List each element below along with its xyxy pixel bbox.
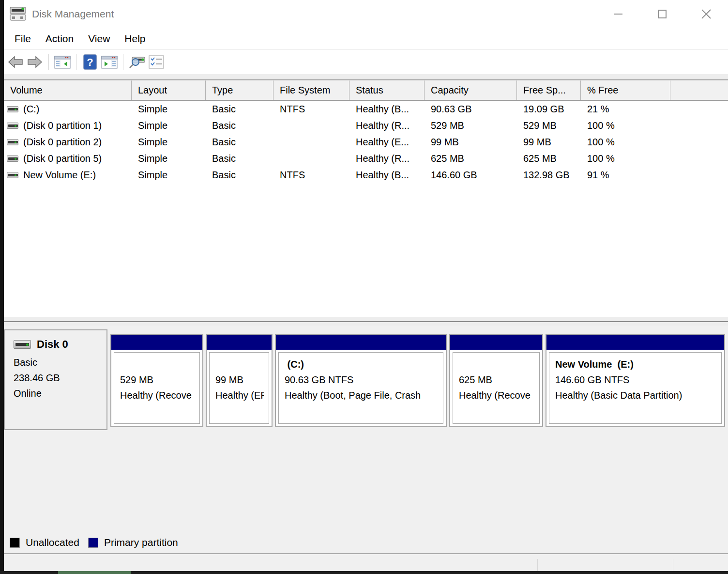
minimize-button[interactable]: [607, 4, 629, 24]
partition-size: 99 MB: [215, 372, 264, 388]
column-header-layout[interactable]: Layout: [132, 80, 206, 100]
menu-help[interactable]: Help: [117, 31, 152, 47]
table-row[interactable]: (Disk 0 partition 2) Simple Basic Health…: [4, 134, 728, 150]
partition-name: (C:): [285, 357, 438, 372]
pane-splitter[interactable]: [4, 317, 728, 326]
column-header-status[interactable]: Status: [349, 80, 425, 100]
disk-management-app-icon: [10, 6, 27, 22]
show-console-tree-button[interactable]: [53, 53, 72, 71]
taskbar-edge: [0, 571, 728, 574]
column-header-capacity[interactable]: Capacity: [425, 80, 517, 100]
capacity-value: 625 MB: [425, 150, 517, 167]
partition-block-recovery-1[interactable]: 529 MB Healthy (Recove: [110, 334, 203, 427]
layout-value: Simple: [132, 134, 206, 150]
partition-status: Healthy (Recove: [459, 388, 534, 403]
minimize-icon: [612, 8, 624, 20]
pct-free-value: 91 %: [581, 167, 670, 183]
background-window-edge: [0, 0, 4, 574]
partition-size: 146.60 GB NTFS: [555, 372, 716, 388]
primary-partition-swatch: [88, 538, 98, 548]
show-action-pane-button[interactable]: [100, 53, 119, 71]
help-icon: ?: [83, 54, 97, 70]
layout-value: Simple: [132, 167, 206, 183]
volume-icon: [7, 139, 18, 145]
capacity-value: 146.60 GB: [425, 167, 517, 183]
maximize-icon: [656, 8, 668, 20]
toolbar: ?: [4, 49, 728, 74]
toolbar-separator: [76, 54, 76, 70]
table-row[interactable]: (C:) Simple Basic NTFS Healthy (B... 90.…: [4, 101, 728, 117]
forward-button[interactable]: [25, 53, 45, 71]
partition-block-recovery-2[interactable]: 625 MB Healthy (Recove: [449, 334, 543, 427]
back-arrow-icon: [8, 54, 23, 70]
partition-strip: 529 MB Healthy (Recove 99 MB Healthy (EF…: [110, 334, 728, 427]
menu-file[interactable]: File: [7, 31, 38, 47]
type-value: Basic: [206, 150, 273, 167]
console-tree-icon: [54, 55, 71, 69]
disk0-panel[interactable]: Disk 0 Basic 238.46 GB Online: [4, 329, 107, 430]
legend: Unallocated Primary partition: [4, 532, 178, 553]
disk-status: Online: [14, 386, 106, 401]
legend-divider: [4, 553, 728, 554]
menu-bar: File Action View Help: [4, 28, 728, 49]
partition-size: 625 MB: [459, 372, 534, 388]
file-system-value: NTFS: [273, 101, 349, 117]
pct-free-value: 100 %: [581, 150, 670, 167]
graphical-view-pane: Disk 0 Basic 238.46 GB Online 529 MB Hea…: [4, 326, 728, 571]
back-button[interactable]: [6, 53, 25, 71]
device-scan-icon: [128, 54, 146, 70]
table-row[interactable]: (Disk 0 partition 1) Simple Basic Health…: [4, 117, 728, 134]
status-value: Healthy (E...: [349, 134, 425, 150]
pct-free-value: 21 %: [581, 101, 670, 117]
list-header: Volume Layout Type File System Status Ca…: [4, 80, 728, 101]
volume-icon: [7, 123, 18, 129]
unallocated-swatch: [10, 538, 20, 548]
partition-name: New Volume (E:): [555, 357, 716, 372]
menu-view[interactable]: View: [81, 31, 117, 47]
file-system-value: [273, 117, 349, 134]
disk-type: Basic: [14, 355, 106, 370]
disk-list-button[interactable]: [147, 53, 166, 71]
free-space-value: 625 MB: [517, 150, 581, 167]
maximize-button[interactable]: [651, 4, 673, 24]
help-button[interactable]: ?: [80, 53, 100, 71]
layout-value: Simple: [132, 101, 206, 117]
free-space-value: 99 MB: [517, 134, 581, 150]
partition-block-efi[interactable]: 99 MB Healthy (EF: [206, 334, 273, 427]
column-header-free-space[interactable]: Free Sp...: [517, 80, 581, 100]
menu-action[interactable]: Action: [38, 31, 81, 47]
status-value: Healthy (B...: [349, 101, 425, 117]
partition-block-c[interactable]: (C:) 90.63 GB NTFS Healthy (Boot, Page F…: [275, 334, 447, 427]
disk-name: Disk 0: [37, 338, 68, 351]
partition-block-e[interactable]: New Volume (E:) 146.60 GB NTFS Healthy (…: [546, 334, 725, 427]
volume-name: (C:): [23, 104, 39, 115]
checklist-icon: [148, 55, 165, 69]
type-value: Basic: [206, 167, 273, 183]
statusbar-divider: [537, 559, 538, 571]
volume-name: (Disk 0 partition 5): [23, 153, 102, 164]
pct-free-value: 100 %: [581, 117, 670, 134]
column-header-pct-free[interactable]: % Free: [581, 80, 670, 100]
table-row[interactable]: New Volume (E:) Simple Basic NTFS Health…: [4, 167, 728, 183]
partition-name: [120, 357, 195, 372]
capacity-value: 99 MB: [425, 134, 517, 150]
column-header-type[interactable]: Type: [206, 80, 273, 100]
volume-name: (Disk 0 partition 1): [23, 120, 102, 131]
connect-device-button[interactable]: [127, 53, 147, 71]
partition-status: Healthy (Recove: [120, 388, 195, 403]
primary-partition-color-bar: [111, 335, 202, 350]
capacity-value: 529 MB: [425, 117, 517, 134]
volume-icon: [7, 155, 18, 162]
table-row[interactable]: (Disk 0 partition 5) Simple Basic Health…: [4, 150, 728, 167]
layout-value: Simple: [132, 117, 206, 134]
close-button[interactable]: [695, 4, 717, 24]
column-header-volume[interactable]: Volume: [4, 80, 132, 100]
toolbar-separator: [123, 54, 123, 70]
file-system-value: [273, 134, 349, 150]
type-value: Basic: [206, 101, 273, 117]
column-header-file-system[interactable]: File System: [273, 80, 349, 100]
layout-value: Simple: [132, 150, 206, 167]
status-value: Healthy (R...: [349, 150, 425, 167]
file-system-value: [273, 150, 349, 167]
volume-name: (Disk 0 partition 2): [23, 137, 102, 148]
